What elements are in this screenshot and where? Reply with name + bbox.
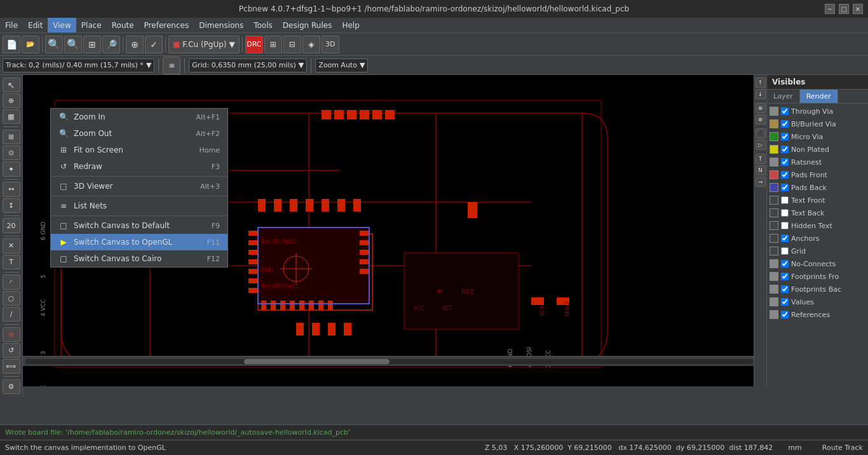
select-tool[interactable]: ↖: [3, 78, 20, 92]
menu-tools[interactable]: Tools: [248, 18, 278, 32]
route-tool[interactable]: ⊕: [3, 93, 20, 108]
right-tool-1[interactable]: ↑: [756, 78, 766, 88]
line-tool[interactable]: /: [3, 307, 20, 322]
close-button[interactable]: ✕: [853, 4, 863, 14]
svg-rect-24: [531, 297, 544, 305]
delete-tool[interactable]: ✕: [3, 238, 20, 253]
menu-zoom-in[interactable]: 🔍 Zoom In Alt+F1: [51, 109, 227, 125]
menu-edit[interactable]: Edit: [23, 18, 48, 32]
hidden-text-label: Hidden Text: [791, 222, 832, 230]
right-tool-2[interactable]: ↓: [756, 89, 766, 99]
text-back-checkbox[interactable]: [781, 209, 789, 217]
track-select[interactable]: Track: 0,2 (mils)/ 0,40 mm (15,7 mils) *…: [3, 58, 154, 72]
zoom-in-button[interactable]: 🔍: [45, 36, 63, 53]
layer-dropdown[interactable]: ■ F.Cu (PgUp) ▼: [168, 36, 240, 53]
menu-file[interactable]: File: [0, 18, 23, 32]
open-button[interactable]: 📂: [22, 36, 39, 53]
canvas-opengl-icon: ▶: [58, 237, 69, 247]
right-tool-6[interactable]: ▷: [756, 140, 766, 150]
svg-rect-19: [312, 323, 320, 336]
tab-layer[interactable]: Layer: [767, 90, 800, 103]
vis-item-pads-front: Pads Front: [767, 168, 868, 181]
highlight-tool[interactable]: ✦: [3, 161, 20, 176]
circle-tool[interactable]: ○: [3, 291, 20, 306]
new-button[interactable]: 📄: [3, 36, 20, 53]
menu-canvas-cairo[interactable]: □ Switch Canvas to Cairo F12: [51, 250, 227, 267]
svg-rect-57: [360, 250, 369, 255]
btn-align[interactable]: ⊟: [283, 36, 301, 53]
micro-via-checkbox[interactable]: [781, 133, 789, 140]
no-connects-checkbox[interactable]: [781, 260, 789, 268]
add-via-tool[interactable]: ⊙: [3, 146, 20, 160]
pads-back-checkbox[interactable]: [781, 184, 789, 191]
drc-button[interactable]: ✓: [145, 36, 163, 53]
non-plated-checkbox[interactable]: [781, 146, 789, 153]
h-scroll-thumb[interactable]: [244, 359, 390, 364]
menu-preferences[interactable]: Preferences: [139, 18, 194, 32]
menu-help[interactable]: Help: [337, 18, 364, 32]
zoom-redraw-button[interactable]: 🔎: [102, 36, 120, 53]
zoom-select[interactable]: Zoom Auto ▼: [315, 58, 368, 72]
footprints-back-checkbox[interactable]: [781, 285, 789, 293]
menu-canvas-default-left: □ Switch Canvas to Default: [58, 221, 170, 231]
menu-canvas-default[interactable]: □ Switch Canvas to Default F9: [51, 217, 227, 234]
right-tool-5[interactable]: ⬛: [756, 128, 766, 139]
pads-front-checkbox[interactable]: [781, 171, 789, 179]
right-tool-4[interactable]: ⊗: [756, 114, 766, 125]
left-sep-1: [4, 126, 19, 127]
values-checkbox[interactable]: [781, 298, 789, 306]
footprints-front-checkbox[interactable]: [781, 273, 789, 280]
menu-list-nets[interactable]: ≡ List Nets: [51, 198, 227, 214]
fit-screen-button[interactable]: ⊞: [83, 36, 101, 53]
bl-buried-via-checkbox[interactable]: [781, 120, 789, 128]
through-via-checkbox[interactable]: [781, 107, 789, 115]
bl-buried-via-color: [770, 119, 778, 128]
menu-route[interactable]: Route: [107, 18, 139, 32]
ratsnest-checkbox[interactable]: [781, 158, 789, 166]
right-tool-9[interactable]: →: [756, 177, 766, 187]
anchors-checkbox[interactable]: [781, 234, 789, 242]
window-controls: ─ □ ✕: [825, 4, 863, 14]
menu-dimensions[interactable]: Dimensions: [194, 18, 248, 32]
menu-3d-viewer[interactable]: □ 3D Viewer Alt+3: [51, 178, 227, 194]
btn-grid[interactable]: ⊞: [264, 36, 282, 53]
btn-drc[interactable]: DRC: [245, 36, 263, 53]
arc-tool[interactable]: ◜: [3, 275, 20, 289]
add-net-button[interactable]: ⊕: [126, 36, 144, 53]
mirror-btn[interactable]: ⟺: [3, 359, 20, 374]
maximize-button[interactable]: □: [839, 4, 849, 14]
menu-view[interactable]: View: [48, 18, 76, 32]
rule-area-tool[interactable]: 20: [3, 218, 20, 233]
menu-zoom-out[interactable]: 🔍 Zoom Out Alt+F2: [51, 125, 227, 142]
text-tool[interactable]: T: [3, 255, 20, 269]
text-front-checkbox[interactable]: [781, 196, 789, 204]
menu-fit-screen[interactable]: ⊞ Fit on Screen Home: [51, 142, 227, 158]
drc-run-btn[interactable]: ⊗: [3, 327, 20, 342]
horizontal-scrollbar[interactable]: [23, 356, 756, 366]
references-checkbox[interactable]: [781, 311, 789, 318]
tab-render[interactable]: Render: [800, 90, 838, 103]
menu-place[interactable]: Place: [76, 18, 107, 32]
zoom-out-button[interactable]: 🔍: [64, 36, 82, 53]
menu-redraw[interactable]: ↺ Redraw F3: [51, 158, 227, 175]
add-zone-tool[interactable]: ▦: [3, 109, 20, 124]
minimize-button[interactable]: ─: [825, 4, 835, 14]
settings-btn[interactable]: ⚙: [3, 379, 20, 394]
right-tool-8[interactable]: N: [756, 165, 766, 175]
menu-canvas-opengl[interactable]: ▶ Switch Canvas to OpenGL F11: [51, 234, 227, 250]
menu-3d-viewer-label: 3D Viewer: [74, 182, 112, 191]
btn-clearance[interactable]: ◈: [302, 36, 320, 53]
text-back-label: Text Back: [791, 209, 824, 217]
btn-3d[interactable]: 3D: [322, 36, 339, 53]
net-inspector-btn[interactable]: ≡: [163, 57, 180, 74]
right-tool-7[interactable]: T: [756, 154, 766, 164]
add-track-tool[interactable]: ⊞: [3, 130, 20, 144]
grid-checkbox[interactable]: [781, 247, 789, 255]
right-tool-3[interactable]: ⊕: [756, 103, 766, 113]
measure-tool[interactable]: ↕: [3, 198, 20, 213]
menu-design-rules[interactable]: Design Rules: [278, 18, 337, 32]
grid-select[interactable]: Grid: 0,6350 mm (25,00 mils) ▼: [189, 58, 307, 72]
hidden-text-checkbox[interactable]: [781, 222, 789, 229]
orient-btn[interactable]: ↺: [3, 343, 20, 358]
inspect-tool[interactable]: ↔: [3, 182, 20, 196]
